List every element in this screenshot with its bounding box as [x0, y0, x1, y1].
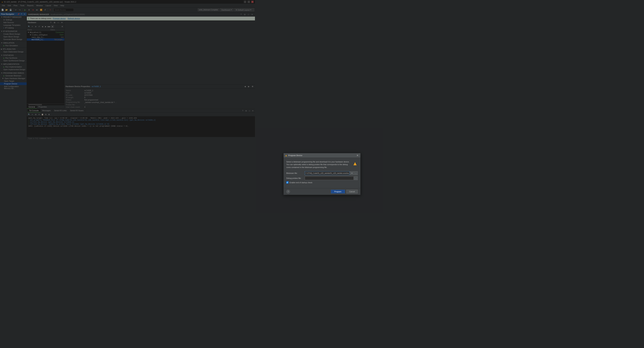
modal-overlay: ▲ Program Device ✕ Select a bitstream pr… [0, 0, 255, 140]
